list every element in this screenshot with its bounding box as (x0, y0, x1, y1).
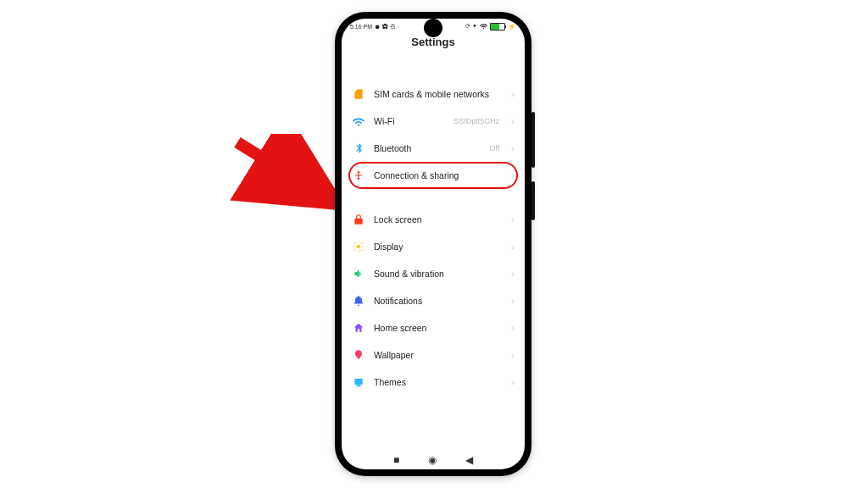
battery-icon (490, 23, 505, 30)
sun-icon (352, 240, 365, 253)
settings-row-home-screen[interactable]: Home screen› (347, 314, 520, 341)
svg-line-6 (354, 242, 355, 243)
bluetooth-icon (352, 141, 365, 155)
settings-row-lock-screen[interactable]: Lock screen› (347, 206, 520, 233)
lock-icon (352, 213, 365, 226)
settings-row-themes[interactable]: Themes› (347, 369, 520, 396)
chevron-right-icon: › (511, 377, 515, 387)
sim-icon (352, 87, 365, 101)
row-label: Home screen (374, 323, 499, 333)
status-time: 5:16 PM (350, 24, 372, 30)
chevron-right-icon: › (511, 89, 515, 99)
sound-icon (352, 267, 365, 280)
home-icon (352, 321, 365, 335)
row-value: SSIDptt5GHz (453, 117, 499, 125)
nav-home[interactable]: ◉ (428, 454, 437, 466)
row-label: Connection & sharing (374, 170, 499, 180)
bell-icon (352, 294, 365, 308)
row-label: Notifications (374, 296, 499, 306)
svg-rect-11 (358, 385, 359, 385)
status-left-icons: ⏺ ✿ ⚙ · (375, 24, 399, 30)
row-value: Off (489, 144, 499, 152)
svg-rect-10 (354, 379, 362, 385)
canvas: 5:16 PM ⏺ ✿ ⚙ · ⟳ ✦ ⚡ Settings SIM cards… (0, 0, 868, 488)
charging-icon: ⚡ (508, 23, 516, 30)
screen: 5:16 PM ⏺ ✿ ⚙ · ⟳ ✦ ⚡ Settings SIM cards… (342, 19, 525, 469)
theme-icon (352, 375, 365, 389)
svg-line-7 (362, 250, 363, 251)
row-label: Display (374, 241, 499, 252)
share-icon (352, 169, 365, 182)
power-button (531, 181, 535, 220)
volume-button (531, 112, 535, 168)
camera-notch (424, 19, 442, 37)
settings-row-wallpaper[interactable]: Wallpaper› (347, 341, 520, 369)
chevron-right-icon: › (511, 214, 515, 225)
settings-row-wi-fi[interactable]: Wi-FiSSIDptt5GHz› (347, 108, 520, 135)
svg-line-9 (362, 242, 363, 243)
chevron-right-icon: › (511, 323, 515, 333)
chevron-right-icon: › (511, 116, 515, 126)
chevron-right-icon: › (511, 269, 515, 279)
svg-point-1 (357, 245, 361, 249)
page-title: Settings (342, 36, 525, 48)
chevron-right-icon: › (511, 350, 515, 360)
settings-row-sim-cards-mobile-networks[interactable]: SIM cards & mobile networks› (347, 80, 520, 108)
settings-row-display[interactable]: Display› (347, 233, 520, 260)
svg-line-0 (237, 142, 331, 200)
nav-back[interactable]: ◀ (465, 454, 473, 466)
wall-icon (352, 348, 365, 362)
svg-rect-12 (356, 385, 361, 386)
status-right-icons: ⟳ ✦ (465, 23, 477, 30)
chevron-right-icon: › (511, 241, 515, 252)
settings-list: SIM cards & mobile networks›Wi-FiSSIDptt… (342, 80, 525, 396)
row-label: Themes (374, 377, 499, 387)
row-label: Wi-Fi (374, 116, 445, 126)
row-label: Wallpaper (374, 350, 499, 360)
wifi-icon (352, 114, 365, 128)
nav-bar: ■ ◉ ◀ (342, 454, 525, 466)
settings-row-connection-sharing[interactable]: Connection & sharing› (347, 162, 520, 189)
row-label: Sound & vibration (374, 269, 499, 279)
settings-row-bluetooth[interactable]: BluetoothOff› (347, 135, 520, 162)
settings-row-sound-vibration[interactable]: Sound & vibration› (347, 260, 520, 287)
chevron-right-icon: › (511, 143, 515, 153)
phone-frame: 5:16 PM ⏺ ✿ ⚙ · ⟳ ✦ ⚡ Settings SIM cards… (335, 12, 531, 476)
row-label: SIM cards & mobile networks (374, 89, 499, 99)
svg-line-8 (354, 250, 355, 251)
chevron-right-icon: › (511, 296, 515, 306)
row-label: Bluetooth (374, 143, 481, 153)
chevron-right-icon: › (511, 170, 515, 180)
wifi-icon (480, 22, 487, 30)
settings-row-notifications[interactable]: Notifications› (347, 287, 520, 314)
nav-recent[interactable]: ■ (393, 454, 399, 466)
row-label: Lock screen (374, 214, 499, 225)
annotation-arrow (229, 134, 348, 227)
